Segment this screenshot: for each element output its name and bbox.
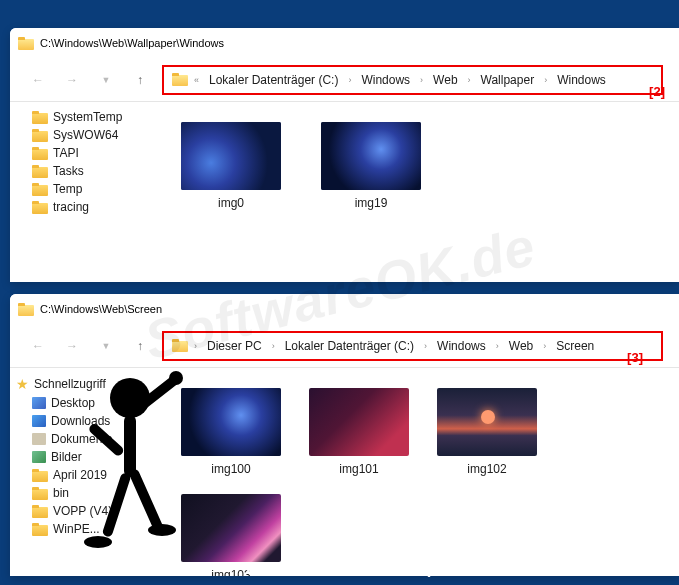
breadcrumb-item[interactable]: Windows — [433, 337, 490, 355]
window-title: C:\Windows\Web\Screen — [40, 303, 162, 315]
tree-item[interactable]: Downloads — [12, 412, 164, 430]
breadcrumb-item[interactable]: Windows — [553, 71, 610, 89]
tree-item-quickaccess[interactable]: ★Schnellzugriff — [12, 374, 164, 394]
tree-item[interactable]: SysWOW64 — [12, 126, 164, 144]
tree-item-label: April 2019 — [53, 468, 107, 482]
folder-icon — [32, 201, 48, 214]
file-item[interactable]: img100 — [176, 388, 286, 476]
nav-dropdown-button[interactable]: ▼ — [94, 68, 118, 92]
nav-back-button[interactable]: ← — [26, 334, 50, 358]
navigation-tree: SystemTemp SysWOW64 TAPI Tasks Temp trac… — [10, 102, 166, 282]
tree-item[interactable]: Tasks — [12, 162, 164, 180]
folder-icon — [32, 111, 48, 124]
file-label: img101 — [339, 462, 378, 476]
thumbnail-icon — [181, 494, 281, 562]
tree-item[interactable]: bin — [12, 484, 164, 502]
file-pane[interactable]: img100 img101 img102 img103 — [166, 368, 679, 576]
file-label: img100 — [211, 462, 250, 476]
file-label: img19 — [355, 196, 388, 210]
tree-item[interactable]: April 2019 — [12, 466, 164, 484]
window-title: C:\Windows\Web\Wallpaper\Windows — [40, 37, 224, 49]
tree-item-label: TAPI — [53, 146, 79, 160]
tree-item[interactable]: tracing — [12, 198, 164, 216]
chevron-right-icon: › — [422, 341, 429, 351]
address-bar[interactable]: › Dieser PC › Lokaler Datenträger (C:) ›… — [162, 331, 663, 361]
tree-item[interactable]: WinPE... — [12, 520, 164, 538]
nav-dropdown-button[interactable]: ▼ — [94, 334, 118, 358]
address-bar[interactable]: « Lokaler Datenträger (C:) › Windows › W… — [162, 65, 663, 95]
pictures-icon — [32, 451, 46, 463]
nav-forward-button[interactable]: → — [60, 68, 84, 92]
breadcrumb-item[interactable]: Web — [429, 71, 461, 89]
explorer-window-1: C:\Windows\Web\Wallpaper\Windows ← → ▼ ↑… — [10, 28, 679, 282]
thumbnail-icon — [321, 122, 421, 190]
star-icon: ★ — [16, 376, 29, 392]
chevron-right-icon: › — [542, 75, 549, 85]
desktop-icon — [32, 397, 46, 409]
tree-item-label: Desktop — [51, 396, 95, 410]
file-label: img102 — [467, 462, 506, 476]
breadcrumb-item[interactable]: Wallpaper — [477, 71, 539, 89]
annotation-3: [3] — [627, 350, 643, 365]
folder-icon — [32, 147, 48, 160]
tree-item[interactable]: TAPI — [12, 144, 164, 162]
overflow-chevron[interactable]: « — [192, 75, 201, 85]
tree-item-label: Dokumente — [51, 432, 112, 446]
file-item[interactable]: img101 — [304, 388, 414, 476]
thumbnail-icon — [181, 122, 281, 190]
explorer-window-2: C:\Windows\Web\Screen ← → ▼ ↑ › Dieser P… — [10, 294, 679, 576]
folder-icon — [18, 303, 34, 316]
toolbar: ← → ▼ ↑ « Lokaler Datenträger (C:) › Win… — [10, 58, 679, 102]
nav-back-button[interactable]: ← — [26, 68, 50, 92]
documents-icon — [32, 433, 46, 445]
titlebar[interactable]: C:\Windows\Web\Wallpaper\Windows — [10, 28, 679, 58]
tree-item-label: Tasks — [53, 164, 84, 178]
breadcrumb-item[interactable]: Screen — [552, 337, 598, 355]
folder-icon — [32, 505, 48, 518]
tree-item[interactable]: Bilder — [12, 448, 164, 466]
chevron-right-icon: › — [192, 341, 199, 351]
breadcrumb-item[interactable]: Lokaler Datenträger (C:) — [281, 337, 418, 355]
chevron-right-icon: › — [494, 341, 501, 351]
tree-item-label: Schnellzugriff — [34, 377, 106, 391]
content-area: ★Schnellzugriff Desktop Downloads Dokume… — [10, 368, 679, 576]
folder-icon — [32, 469, 48, 482]
chevron-right-icon: › — [541, 341, 548, 351]
tree-item[interactable]: Temp — [12, 180, 164, 198]
thumbnail-icon — [437, 388, 537, 456]
tree-item-label: Downloads — [51, 414, 110, 428]
file-item[interactable]: img0 — [176, 122, 286, 210]
tree-item-label: SystemTemp — [53, 110, 122, 124]
tree-item-label: Bilder — [51, 450, 82, 464]
folder-icon — [32, 487, 48, 500]
breadcrumb-item[interactable]: Dieser PC — [203, 337, 266, 355]
tree-item[interactable]: Dokumente — [12, 430, 164, 448]
tree-item-label: tracing — [53, 200, 89, 214]
titlebar[interactable]: C:\Windows\Web\Screen — [10, 294, 679, 324]
nav-forward-button[interactable]: → — [60, 334, 84, 358]
tree-item-label: Temp — [53, 182, 82, 196]
content-area: SystemTemp SysWOW64 TAPI Tasks Temp trac… — [10, 102, 679, 282]
file-item[interactable]: img19 — [316, 122, 426, 210]
folder-icon — [32, 183, 48, 196]
breadcrumb-item[interactable]: Windows — [357, 71, 414, 89]
breadcrumb-item[interactable]: Lokaler Datenträger (C:) — [205, 71, 342, 89]
tree-item[interactable]: SystemTemp — [12, 108, 164, 126]
chevron-right-icon: › — [418, 75, 425, 85]
navigation-tree: ★Schnellzugriff Desktop Downloads Dokume… — [10, 368, 166, 576]
tree-item[interactable]: VOPP (V4) — [12, 502, 164, 520]
tree-item-label: VOPP (V4) — [53, 504, 112, 518]
nav-up-button[interactable]: ↑ — [128, 334, 152, 358]
tree-item[interactable]: Desktop — [12, 394, 164, 412]
tree-item-label: WinPE... — [53, 522, 100, 536]
file-item[interactable]: img102 — [432, 388, 542, 476]
footer-text: www.SoftwareOK.de :-) — [0, 559, 679, 579]
downloads-icon — [32, 415, 46, 427]
breadcrumb-item[interactable]: Web — [505, 337, 537, 355]
nav-up-button[interactable]: ↑ — [128, 68, 152, 92]
thumbnail-icon — [309, 388, 409, 456]
chevron-right-icon: › — [346, 75, 353, 85]
tree-item-label: bin — [53, 486, 69, 500]
annotation-2: [2] — [649, 84, 665, 99]
file-pane[interactable]: img0 img19 — [166, 102, 679, 282]
